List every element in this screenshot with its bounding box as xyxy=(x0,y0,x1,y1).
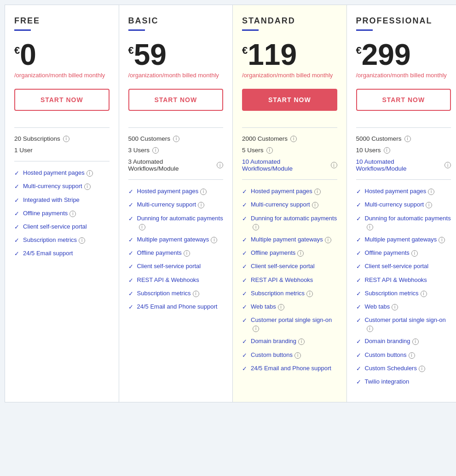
check-icon-basic-1: ✓ xyxy=(128,201,133,209)
start-button-basic[interactable]: START NOW xyxy=(128,89,224,111)
info-icon-feat-basic-7[interactable]: i xyxy=(193,291,199,297)
feature-list-basic: ✓Hosted payment pagesi✓Multi-currency su… xyxy=(128,187,224,311)
info-icon-feat-standard-3[interactable]: i xyxy=(325,237,331,243)
info-icon-feat-standard-11[interactable]: i xyxy=(294,352,301,359)
feature-item-basic-1: ✓Multi-currency supporti xyxy=(128,201,224,209)
plan-name-free: FREE xyxy=(14,16,110,26)
info-icon-spec-basic-2[interactable]: i xyxy=(217,162,223,168)
info-icon-feat-professional-3[interactable]: i xyxy=(439,237,445,243)
info-icon-feat-free-5[interactable]: i xyxy=(79,237,85,244)
check-icon-professional-8: ✓ xyxy=(356,303,361,311)
info-icon-feat-standard-7[interactable]: i xyxy=(306,291,313,297)
feature-item-basic-0: ✓Hosted payment pagesi xyxy=(128,187,224,196)
info-icon-feat-basic-2[interactable]: i xyxy=(139,224,145,230)
start-button-free[interactable]: START NOW xyxy=(14,89,110,111)
feature-text-basic-3: Multiple payment gatewaysi xyxy=(137,235,218,244)
info-icon-feat-professional-10[interactable]: i xyxy=(412,338,419,345)
info-icon-spec-free-0[interactable]: i xyxy=(63,136,69,142)
check-icon-standard-9: ✓ xyxy=(242,316,247,325)
info-icon-feat-professional-12[interactable]: i xyxy=(419,366,425,372)
info-icon-feat-standard-8[interactable]: i xyxy=(278,304,284,310)
check-icon-standard-8: ✓ xyxy=(242,303,247,311)
info-icon-feat-professional-1[interactable]: i xyxy=(426,202,432,208)
feature-list-free: ✓Hosted payment pagesi✓Multi-currency su… xyxy=(14,169,110,258)
check-icon-professional-6: ✓ xyxy=(356,276,361,285)
info-icon-feat-professional-9[interactable]: i xyxy=(367,326,373,332)
info-icon-feat-basic-0[interactable]: i xyxy=(200,189,207,195)
info-icon-feat-basic-3[interactable]: i xyxy=(211,237,217,243)
feature-item-professional-0: ✓Hosted payment pagesi xyxy=(356,187,451,196)
feature-item-standard-5: ✓Client self-service portal xyxy=(242,262,337,271)
check-icon-professional-10: ✓ xyxy=(356,338,361,346)
info-icon-feat-professional-0[interactable]: i xyxy=(428,189,434,195)
plan-divider-basic xyxy=(128,29,145,31)
info-icon-feat-standard-1[interactable]: i xyxy=(312,202,318,208)
info-icon-feat-standard-0[interactable]: i xyxy=(314,189,321,195)
info-icon-spec-standard-2[interactable]: i xyxy=(331,162,337,168)
check-icon-basic-6: ✓ xyxy=(128,276,133,285)
feature-text-basic-2: Dunning for automatic paymentsi xyxy=(137,214,224,231)
feature-text-professional-13: Twilio integration xyxy=(365,378,410,386)
check-icon-professional-4: ✓ xyxy=(356,249,361,258)
info-icon-spec-professional-0[interactable]: i xyxy=(404,136,411,142)
check-icon-basic-0: ✓ xyxy=(128,188,133,196)
feature-text-standard-3: Multiple payment gatewaysi xyxy=(251,235,331,244)
info-icon-feat-free-3[interactable]: i xyxy=(69,211,76,217)
info-icon-feat-free-0[interactable]: i xyxy=(87,170,93,177)
info-icon-spec-professional-2[interactable]: i xyxy=(444,162,451,168)
divider-line-1-professional xyxy=(356,127,451,128)
spec-text-professional-1: 10 Users xyxy=(356,147,381,154)
billing-info-standard: /organization/month billed monthly xyxy=(242,71,337,80)
price-number-professional: 299 xyxy=(362,40,411,69)
billing-info-free: /organization/month billed monthly xyxy=(14,71,110,80)
feature-item-professional-7: ✓Subscription metricsi xyxy=(356,289,451,298)
info-icon-feat-professional-8[interactable]: i xyxy=(392,304,398,310)
check-icon-basic-8: ✓ xyxy=(128,303,133,311)
feature-item-free-5: ✓Subscription metricsi xyxy=(14,236,110,245)
feature-item-standard-7: ✓Subscription metricsi xyxy=(242,289,337,298)
start-button-standard[interactable]: START NOW xyxy=(242,89,337,111)
info-icon-feat-standard-9[interactable]: i xyxy=(253,326,259,332)
spec-item-basic-2: 3 Automated Workflows/Modulei xyxy=(128,158,224,172)
plan-standard: STANDARD€119/organization/month billed m… xyxy=(233,5,347,402)
feature-item-standard-2: ✓Dunning for automatic paymentsi xyxy=(242,214,337,231)
feature-item-professional-8: ✓Web tabsi xyxy=(356,303,451,311)
feature-text-professional-9: Customer portal single sign-oni xyxy=(365,316,451,333)
info-icon-feat-professional-7[interactable]: i xyxy=(421,291,427,297)
check-icon-standard-3: ✓ xyxy=(242,236,247,244)
feature-text-professional-7: Subscription metricsi xyxy=(365,289,427,298)
check-icon-free-4: ✓ xyxy=(14,223,19,231)
plan-divider-free xyxy=(14,29,31,31)
plan-specs-standard: 2000 Customersi5 Usersi10 Automated Work… xyxy=(242,135,337,172)
divider-line-1-free xyxy=(14,127,110,128)
info-icon-spec-standard-0[interactable]: i xyxy=(290,136,297,142)
feature-text-professional-12: Custom Schedulersi xyxy=(365,364,425,373)
info-icon-spec-basic-0[interactable]: i xyxy=(173,136,179,142)
divider-line-2-standard xyxy=(242,179,337,180)
info-icon-spec-basic-1[interactable]: i xyxy=(152,147,159,154)
check-icon-free-6: ✓ xyxy=(14,250,19,258)
feature-item-professional-10: ✓Domain brandingi xyxy=(356,337,451,346)
feature-item-professional-4: ✓Offline paymentsi xyxy=(356,249,451,258)
info-icon-feat-basic-4[interactable]: i xyxy=(184,250,190,257)
info-icon-feat-free-1[interactable]: i xyxy=(84,184,91,190)
plan-divider-professional xyxy=(356,29,373,31)
check-icon-standard-11: ✓ xyxy=(242,351,247,360)
feature-item-professional-3: ✓Multiple payment gatewaysi xyxy=(356,235,451,244)
info-icon-feat-basic-1[interactable]: i xyxy=(198,202,204,208)
spec-text-professional-0: 5000 Customers xyxy=(356,135,402,142)
info-icon-spec-professional-1[interactable]: i xyxy=(384,147,390,154)
info-icon-spec-standard-1[interactable]: i xyxy=(266,147,273,154)
info-icon-feat-standard-4[interactable]: i xyxy=(297,250,304,257)
check-icon-basic-2: ✓ xyxy=(128,215,133,223)
spec-text-standard-0: 2000 Customers xyxy=(242,135,288,142)
plan-price-row-standard: €119 xyxy=(242,40,337,69)
check-icon-professional-11: ✓ xyxy=(356,351,361,360)
info-icon-feat-standard-2[interactable]: i xyxy=(253,224,259,230)
info-icon-feat-standard-10[interactable]: i xyxy=(298,338,305,345)
info-icon-feat-professional-11[interactable]: i xyxy=(409,352,415,359)
info-icon-feat-professional-2[interactable]: i xyxy=(367,224,373,230)
feature-item-standard-12: ✓24/5 Email and Phone support xyxy=(242,364,337,373)
start-button-professional[interactable]: START NOW xyxy=(356,89,451,111)
info-icon-feat-professional-4[interactable]: i xyxy=(411,250,418,257)
